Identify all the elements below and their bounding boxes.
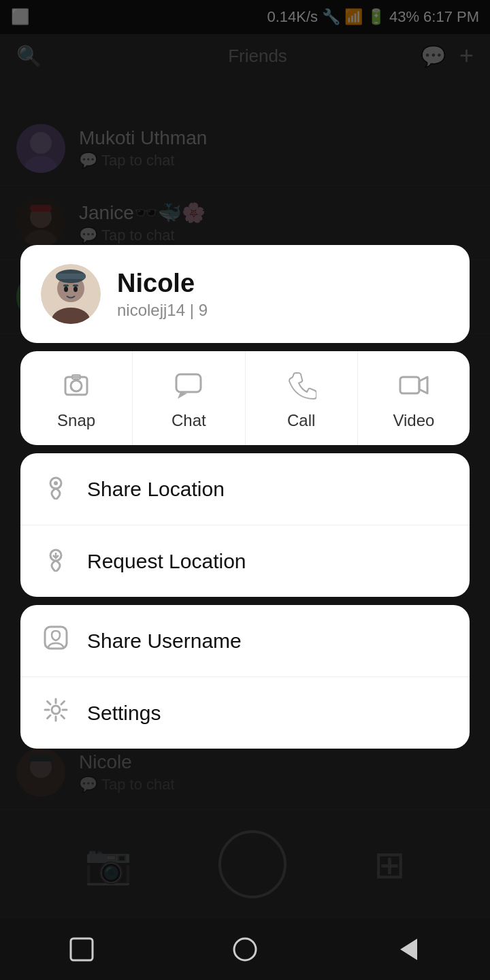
request-location-icon [41, 544, 71, 578]
share-location-label: Share Location [87, 478, 225, 501]
call-button[interactable]: Call [246, 351, 358, 445]
nav-back-button[interactable] [389, 930, 427, 968]
svg-marker-26 [419, 377, 427, 393]
video-button[interactable]: Video [358, 351, 470, 445]
settings-item[interactable]: Settings [20, 677, 470, 749]
settings-icon [41, 696, 71, 730]
chat-action-icon [174, 370, 203, 404]
svg-rect-32 [71, 938, 93, 960]
svg-rect-23 [176, 374, 201, 392]
call-icon [287, 370, 316, 404]
share-location-item[interactable]: Share Location [20, 453, 470, 525]
svg-point-16 [64, 287, 68, 292]
profile-card: Nicole nicolejj14 | 9 [20, 245, 470, 343]
request-location-item[interactable]: Request Location [20, 525, 470, 597]
svg-point-31 [52, 706, 60, 714]
profile-avatar [41, 264, 101, 324]
share-location-icon [41, 472, 71, 506]
nav-home-button[interactable] [226, 930, 264, 968]
square-nav-icon [67, 934, 97, 964]
svg-rect-15 [56, 274, 86, 279]
video-label: Video [393, 411, 434, 430]
call-label: Call [287, 411, 315, 430]
chat-button[interactable]: Chat [133, 351, 245, 445]
bottom-nav [0, 919, 490, 980]
share-settings-card: Share Username Settings [20, 605, 470, 749]
context-menu: Nicole nicolejj14 | 9 Snap Chat [20, 245, 470, 749]
nav-square-button[interactable] [63, 930, 101, 968]
back-nav-icon [393, 934, 423, 964]
profile-avatar-svg [41, 264, 101, 324]
actions-card: Snap Chat Call [20, 351, 470, 445]
svg-rect-25 [400, 377, 419, 393]
profile-info: Nicole nicolejj14 | 9 [117, 269, 208, 320]
circle-nav-icon [230, 934, 260, 964]
svg-rect-18 [63, 284, 69, 287]
snap-button[interactable]: Snap [20, 351, 133, 445]
svg-point-17 [74, 287, 78, 292]
svg-point-33 [234, 938, 256, 960]
svg-marker-34 [402, 940, 416, 959]
snap-label: Snap [57, 411, 95, 430]
share-username-icon [41, 624, 71, 657]
snap-icon [61, 370, 91, 404]
video-icon [399, 370, 429, 404]
location-card: Share Location Request Location [20, 453, 470, 597]
svg-point-28 [54, 481, 58, 485]
share-username-item[interactable]: Share Username [20, 605, 470, 677]
settings-label: Settings [87, 702, 161, 725]
profile-username: nicolejj14 | 9 [117, 301, 208, 320]
chat-label: Chat [172, 411, 206, 430]
profile-name: Nicole [117, 269, 208, 298]
svg-rect-19 [73, 284, 78, 287]
share-username-label: Share Username [87, 630, 242, 653]
request-location-label: Request Location [87, 550, 246, 573]
svg-point-21 [71, 380, 82, 391]
